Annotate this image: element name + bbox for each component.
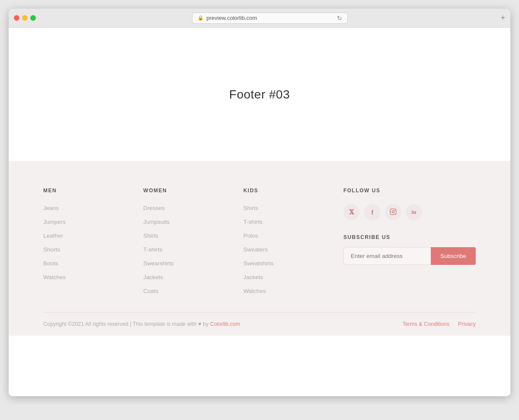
- list-item: Shirts: [143, 232, 226, 239]
- hero-area: Footer #03: [9, 28, 510, 162]
- men-jumpers-link[interactable]: Jumpers: [43, 219, 66, 225]
- follow-heading: FOLLOW US: [343, 188, 476, 194]
- svg-point-2: [394, 210, 395, 210]
- women-dresses-link[interactable]: Dresses: [143, 205, 165, 211]
- men-boots-link[interactable]: Boots: [43, 260, 58, 267]
- traffic-lights: [14, 15, 36, 21]
- footer-top: MEN Jeans Jumpers Leather Shorts Boots W…: [43, 188, 476, 312]
- instagram-button[interactable]: [385, 204, 401, 220]
- women-tshirts-link[interactable]: T-shirts: [143, 246, 162, 253]
- list-item: Sweatshirts: [243, 259, 326, 267]
- list-item: Jackets: [243, 273, 326, 281]
- svg-rect-0: [390, 209, 396, 214]
- kids-watches-link[interactable]: Watches: [243, 288, 266, 294]
- kids-heading: KIDS: [243, 188, 326, 194]
- list-item: Jeans: [43, 204, 126, 212]
- footer-col-kids: KIDS Shirts T-shirts Polos Sweaters Swea…: [243, 188, 326, 295]
- list-item: Polos: [243, 232, 326, 239]
- list-item: Coats: [143, 287, 226, 295]
- colorlib-link[interactable]: Colorlib.com: [210, 321, 240, 327]
- kids-shirts-link[interactable]: Shirts: [243, 205, 259, 211]
- list-item: Sweaters: [243, 245, 326, 253]
- terms-link[interactable]: Terms & Conditions: [403, 321, 449, 327]
- linkedin-button[interactable]: in: [406, 204, 422, 220]
- women-jumpsuits-link[interactable]: Jumpsuits: [143, 219, 170, 225]
- subscribe-form: Subscribe: [343, 247, 476, 265]
- svg-point-1: [392, 210, 394, 213]
- men-jeans-link[interactable]: Jeans: [43, 205, 59, 211]
- list-item: T-shirts: [243, 218, 326, 226]
- list-item: T-shirts: [143, 245, 226, 253]
- url-bar[interactable]: 🔒 preview.colorlib.com ↻: [192, 13, 348, 24]
- list-item: Boots: [43, 259, 126, 267]
- kids-jackets-link[interactable]: Jackets: [243, 274, 263, 280]
- page-title: Footer #03: [229, 88, 290, 102]
- footer-bottom: Copyright ©2021 All rights reserved | Th…: [43, 312, 476, 336]
- footer-col-women: WOMEN Dresses Jumpsuits Shirts T-shirts …: [143, 188, 226, 295]
- subscribe-heading: SUBSCRIBE US: [343, 234, 476, 240]
- twitter-icon: 𝕏: [349, 209, 354, 216]
- close-button[interactable]: [14, 15, 19, 21]
- address-bar: 🔒 preview.colorlib.com ↻: [43, 13, 497, 24]
- kids-tshirts-link[interactable]: T-shirts: [243, 219, 263, 225]
- list-item: Leather: [43, 232, 126, 239]
- list-item: Swearshirts: [143, 259, 226, 267]
- kids-sweatshirts-link[interactable]: Sweatshirts: [243, 260, 274, 267]
- new-tab-button[interactable]: +: [500, 13, 505, 22]
- browser-toolbar: 🔒 preview.colorlib.com ↻ +: [9, 9, 510, 28]
- kids-polos-link[interactable]: Polos: [243, 232, 258, 239]
- men-shorts-link[interactable]: Shorts: [43, 246, 60, 253]
- list-item: Watches: [43, 273, 126, 281]
- legal-links: Terms & Conditions Privacy: [403, 321, 476, 327]
- men-leather-link[interactable]: Leather: [43, 232, 63, 239]
- list-item: Dresses: [143, 204, 226, 212]
- women-swearshirts-link[interactable]: Swearshirts: [143, 260, 174, 267]
- browser-window: 🔒 preview.colorlib.com ↻ + Footer #03 ME…: [9, 9, 510, 396]
- list-item: Jumpsuits: [143, 218, 226, 226]
- men-watches-link[interactable]: Watches: [43, 274, 66, 280]
- men-links: Jeans Jumpers Leather Shorts Boots Watch…: [43, 204, 126, 281]
- facebook-icon: f: [371, 209, 373, 216]
- minimize-button[interactable]: [22, 15, 28, 21]
- list-item: Jackets: [143, 273, 226, 281]
- refresh-icon[interactable]: ↻: [337, 15, 342, 22]
- footer-col-social: FOLLOW US 𝕏 f: [343, 188, 476, 295]
- list-item: Shirts: [243, 204, 326, 212]
- privacy-link[interactable]: Privacy: [458, 321, 476, 327]
- footer-col-men: MEN Jeans Jumpers Leather Shorts Boots W…: [43, 188, 126, 295]
- page-content: Footer #03 MEN Jeans Jumpers Leather Sho…: [9, 28, 510, 396]
- list-item: Shorts: [43, 245, 126, 253]
- social-icons: 𝕏 f: [343, 204, 476, 220]
- kids-sweaters-link[interactable]: Sweaters: [243, 246, 268, 253]
- twitter-button[interactable]: 𝕏: [343, 204, 360, 220]
- kids-links: Shirts T-shirts Polos Sweaters Sweatshir…: [243, 204, 326, 295]
- women-jackets-link[interactable]: Jackets: [143, 274, 163, 280]
- subscribe-button[interactable]: Subscribe: [431, 247, 476, 265]
- lock-icon: 🔒: [198, 15, 204, 21]
- women-shirts-link[interactable]: Shirts: [143, 232, 158, 239]
- url-text: preview.colorlib.com: [206, 15, 257, 21]
- list-item: Watches: [243, 287, 326, 295]
- facebook-button[interactable]: f: [364, 204, 381, 220]
- women-links: Dresses Jumpsuits Shirts T-shirts Swears…: [143, 204, 226, 295]
- copyright-text: Copyright ©2021 All rights reserved | Th…: [43, 321, 240, 327]
- maximize-button[interactable]: [30, 15, 36, 21]
- list-item: Jumpers: [43, 218, 126, 226]
- footer: MEN Jeans Jumpers Leather Shorts Boots W…: [9, 162, 510, 336]
- below-footer: [9, 336, 510, 396]
- email-input[interactable]: [343, 247, 431, 265]
- men-heading: MEN: [43, 188, 126, 194]
- linkedin-icon: in: [412, 209, 416, 216]
- women-coats-link[interactable]: Coats: [143, 288, 158, 294]
- women-heading: WOMEN: [143, 188, 226, 194]
- instagram-icon: [390, 208, 397, 216]
